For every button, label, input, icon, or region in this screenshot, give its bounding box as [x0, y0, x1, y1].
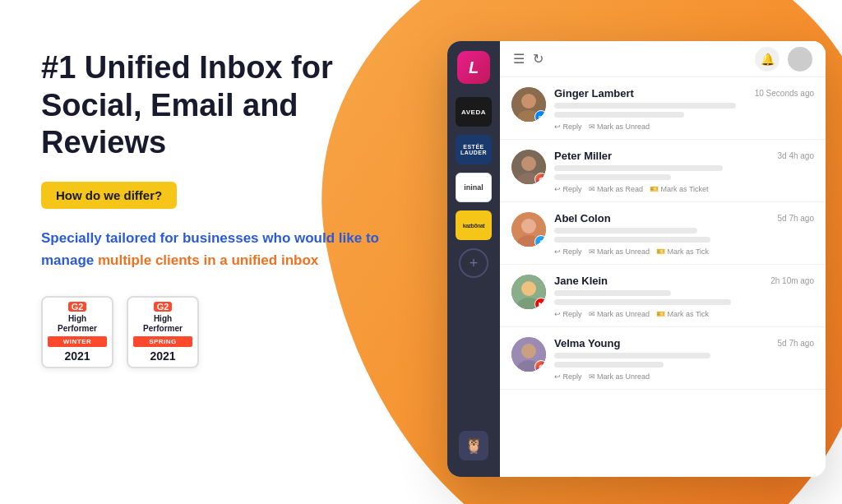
- app-window: L AVEDA ESTÉELAUDER ininal kazbõnat + 🦉: [447, 41, 826, 477]
- g2-icon-2: G2: [154, 302, 172, 312]
- subtitle-highlight: multiple clients in a unified inbox: [98, 252, 318, 268]
- message-header-abel: Abel Colon 5d 7h ago: [554, 212, 814, 224]
- message-time-peter: 3d 4h ago: [778, 151, 815, 160]
- message-item-jane[interactable]: ▶ Jane Klein 2h 10m ago ↩ Reply ✉ Mark a…: [500, 265, 826, 327]
- message-time-velma: 5d 7h ago: [778, 339, 815, 348]
- unread-action-jane[interactable]: ✉ Mark as Unread: [589, 310, 650, 318]
- sender-name-abel: Abel Colon: [554, 212, 611, 224]
- unread-action-abel[interactable]: ✉ Mark as Unread: [589, 247, 650, 256]
- badge-year-1: 2021: [64, 349, 90, 363]
- instagram-badge-2: ◉: [534, 173, 546, 184]
- svg-point-4: [521, 156, 536, 171]
- ticket-action-jane[interactable]: 🎫 Mark as Tick: [656, 310, 709, 318]
- message-time-ginger: 10 Seconds ago: [755, 89, 814, 98]
- unread-action-ginger[interactable]: ✉ Mark as Unread: [589, 123, 650, 131]
- sender-name-peter: Peter Miller: [554, 150, 612, 162]
- sender-name-ginger: Ginger Lambert: [554, 87, 634, 99]
- ticket-action-abel[interactable]: 🎫 Mark as Tick: [656, 247, 709, 256]
- svg-point-7: [521, 219, 536, 234]
- app-main-content: ☰ ↻ 🔔 m: [500, 41, 826, 477]
- app-screenshot: L AVEDA ESTÉELAUDER ininal kazbõnat + 🦉: [447, 25, 826, 485]
- message-actions-abel: ↩ Reply ✉ Mark as Unread 🎫 Mark as Tick: [554, 247, 814, 256]
- plus-icon: +: [470, 255, 479, 272]
- logo-letter: L: [469, 58, 479, 77]
- message-body-velma: Velma Young 5d 7h ago ↩ Reply ✉ Mark as …: [554, 337, 814, 381]
- hero-section: #1 Unified Inbox for Social, Email and R…: [41, 49, 386, 368]
- message-preview-line2-ginger: [554, 112, 684, 118]
- avatar-peter: ◉: [511, 150, 546, 184]
- sidebar-brand-kaz[interactable]: kazbõnat: [456, 210, 492, 240]
- estee-label: ESTÉELAUDER: [460, 144, 487, 155]
- message-time-abel: 5d 7h ago: [778, 214, 815, 223]
- sender-name-velma: Velma Young: [554, 337, 620, 349]
- svg-point-1: [521, 94, 536, 109]
- message-preview-line1-velma: [554, 353, 710, 358]
- add-brand-button[interactable]: +: [459, 248, 488, 278]
- sender-name-jane: Jane Klein: [554, 275, 608, 287]
- message-header-peter: Peter Miller 3d 4h ago: [554, 150, 814, 162]
- message-actions-velma: ↩ Reply ✉ Mark as Unread: [554, 372, 814, 381]
- g2-icon-1: G2: [68, 302, 86, 312]
- reply-action-jane[interactable]: ↩ Reply: [554, 310, 582, 318]
- badge-title-1: HighPerformer: [58, 314, 97, 334]
- menu-icon[interactable]: ☰: [513, 51, 525, 67]
- badge-spring-2021: G2 HighPerformer SPRING 2021: [127, 296, 199, 368]
- sidebar-brand-estee[interactable]: ESTÉELAUDER: [456, 135, 492, 164]
- reply-action-velma[interactable]: ↩ Reply: [554, 372, 582, 381]
- user-avatar-topbar[interactable]: [788, 47, 812, 72]
- message-preview-line2-velma: [554, 362, 664, 368]
- messenger-badge-1: m: [534, 110, 546, 122]
- message-item-ginger[interactable]: m Ginger Lambert 10 Seconds ago ↩ Reply …: [500, 77, 826, 140]
- ticket-action-peter[interactable]: 🎫 Mark as Ticket: [650, 185, 709, 193]
- message-preview-line1-peter: [554, 165, 723, 171]
- reply-action-peter[interactable]: ↩ Reply: [554, 185, 582, 193]
- message-header-ginger: Ginger Lambert 10 Seconds ago: [554, 87, 814, 99]
- ininal-label: ininal: [464, 183, 483, 192]
- message-preview-line1-abel: [554, 228, 697, 234]
- differ-button[interactable]: How do we differ?: [41, 182, 177, 209]
- sidebar-owl-icon: 🦉: [459, 431, 488, 460]
- message-time-jane: 2h 10m ago: [770, 276, 814, 285]
- badges-row: G2 HighPerformer WINTER 2021 G2 HighPerf…: [41, 296, 386, 368]
- main-heading: #1 Unified Inbox for Social, Email and R…: [41, 49, 386, 162]
- message-header-jane: Jane Klein 2h 10m ago: [554, 275, 814, 287]
- aveda-label: AVEDA: [461, 109, 486, 116]
- message-item-velma[interactable]: ◉ Velma Young 5d 7h ago ↩ Reply ✉ Mark a…: [500, 327, 826, 390]
- badge-title-2: HighPerformer: [143, 314, 183, 334]
- avatar-velma: ◉: [511, 337, 546, 372]
- message-item-peter[interactable]: ◉ Peter Miller 3d 4h ago ↩ Reply ✉ Mark …: [500, 140, 826, 202]
- owl-emoji: 🦉: [465, 437, 483, 455]
- message-preview-line2-jane: [554, 299, 731, 305]
- avatar-ginger: m: [511, 87, 546, 122]
- reply-action-ginger[interactable]: ↩ Reply: [554, 123, 582, 131]
- youtube-badge-4: ▶: [534, 298, 546, 309]
- notifications-bell[interactable]: 🔔: [755, 47, 780, 72]
- sidebar-brand-ininal[interactable]: ininal: [456, 173, 492, 202]
- avatar-abel: t: [511, 212, 546, 247]
- reply-action-abel[interactable]: ↩ Reply: [554, 247, 582, 256]
- message-preview-line2-peter: [554, 174, 671, 180]
- instagram-badge-5: ◉: [534, 360, 546, 372]
- badge-season-1: WINTER: [48, 336, 107, 347]
- app-logo: L: [457, 51, 490, 84]
- message-body-peter: Peter Miller 3d 4h ago ↩ Reply ✉ Mark as…: [554, 150, 814, 193]
- message-item-abel[interactable]: t Abel Colon 5d 7h ago ↩ Reply ✉ Mark as…: [500, 202, 826, 265]
- unread-action-velma[interactable]: ✉ Mark as Unread: [589, 372, 650, 381]
- message-body-ginger: Ginger Lambert 10 Seconds ago ↩ Reply ✉ …: [554, 87, 814, 131]
- top-bar: ☰ ↻ 🔔: [500, 41, 826, 77]
- refresh-icon[interactable]: ↻: [533, 51, 544, 67]
- badge-season-2: SPRING: [133, 336, 192, 347]
- svg-point-13: [521, 344, 536, 358]
- bell-icon: 🔔: [761, 53, 775, 66]
- svg-point-10: [521, 281, 536, 296]
- subtitle: Specially tailored for businesses who wo…: [41, 227, 386, 271]
- avatar-jane: ▶: [511, 275, 546, 309]
- message-preview-line1-ginger: [554, 103, 736, 109]
- kaz-label: kazbõnat: [463, 223, 484, 229]
- badge-winter-2021: G2 HighPerformer WINTER 2021: [41, 296, 113, 368]
- message-header-velma: Velma Young 5d 7h ago: [554, 337, 814, 349]
- message-actions-ginger: ↩ Reply ✉ Mark as Unread: [554, 123, 814, 131]
- read-action-peter[interactable]: ✉ Mark as Read: [589, 185, 644, 193]
- sidebar-brand-aveda[interactable]: AVEDA: [456, 97, 492, 127]
- badge-year-2: 2021: [150, 349, 175, 363]
